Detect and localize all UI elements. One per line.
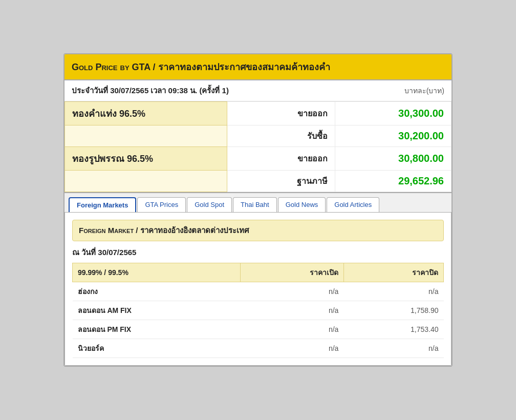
tab-gold-news[interactable]: Gold News xyxy=(278,197,326,212)
page-title: Gold Price by GTA / ราคาทองตามประกาศของส… xyxy=(72,59,444,74)
gold-type-cell: ทองรูปพรรณ 96.5% xyxy=(65,147,227,171)
gold-type-cell: ทองคำแท่ง 96.5% xyxy=(65,102,227,125)
tab-foreign-markets[interactable]: Foreign Markets xyxy=(69,197,136,212)
price-label-cell: ฐานภาษี xyxy=(227,171,335,192)
price-label-cell: ขายออก xyxy=(227,147,335,171)
open-price: n/a xyxy=(241,282,344,301)
table-row: นิวยอร์ค n/a n/a xyxy=(73,339,444,358)
market-name: นิวยอร์ค xyxy=(73,339,241,358)
price-value-cell: 30,200.00 xyxy=(335,125,451,147)
price-label-cell: ขายออก xyxy=(227,102,335,125)
col-header-close: ราคาปิด xyxy=(343,263,443,282)
table-row: ลอนดอน AM FIX n/a 1,758.90 xyxy=(73,301,444,320)
open-price: n/a xyxy=(241,339,344,358)
price-label-cell: รับซื้อ xyxy=(227,125,335,147)
price-value-cell: 29,652.96 xyxy=(335,171,451,192)
foreign-market-title: Foreign Market / ราคาทองอ้างอิงตลาดต่างป… xyxy=(79,224,437,237)
price-value-cell: 30,800.00 xyxy=(335,147,451,171)
foreign-market-date: ณ วันที่ 30/07/2565 xyxy=(72,246,444,259)
close-price: 1,753.40 xyxy=(343,320,443,339)
price-value-cell: 30,300.00 xyxy=(335,102,451,125)
tab-content: Foreign Market / ราคาทองอ้างอิงตลาดต่างป… xyxy=(64,212,451,366)
market-name: ฮ่องกง xyxy=(73,282,241,301)
col-header-open: ราคาเปิด xyxy=(241,263,344,282)
unit-label: บาทละ(บาท) xyxy=(404,85,444,96)
open-price: n/a xyxy=(241,320,344,339)
foreign-market-header: Foreign Market / ราคาทองอ้างอิงตลาดต่างป… xyxy=(72,220,444,241)
tab-gold-articles[interactable]: Gold Articles xyxy=(327,197,379,212)
tab-gold-spot[interactable]: Gold Spot xyxy=(187,197,232,212)
price-table: ทองคำแท่ง 96.5% ขายออก 30,300.00 รับซื้อ… xyxy=(64,101,451,192)
close-price: 1,758.90 xyxy=(343,301,443,320)
date-text: ประจำวันที่ 30/07/2565 เวลา 09:38 น. (คร… xyxy=(72,85,229,97)
tab-thai-baht[interactable]: Thai Baht xyxy=(233,197,277,212)
foreign-market-table: 99.99% / 99.5% ราคาเปิด ราคาปิด ฮ่องกง n… xyxy=(72,263,444,358)
gold-type-cell xyxy=(65,125,227,147)
table-row: ลอนดอน PM FIX n/a 1,753.40 xyxy=(73,320,444,339)
date-row: ประจำวันที่ 30/07/2565 เวลา 09:38 น. (คร… xyxy=(64,80,451,101)
tabs-row: Foreign MarketsGTA PricesGold SpotThai B… xyxy=(69,197,447,212)
gold-type-cell xyxy=(65,171,227,192)
tabs-section: Foreign MarketsGTA PricesGold SpotThai B… xyxy=(64,192,451,212)
close-price: n/a xyxy=(343,339,443,358)
open-price: n/a xyxy=(241,301,344,320)
table-row: ฮ่องกง n/a n/a xyxy=(73,282,444,301)
main-container: Gold Price by GTA / ราคาทองตามประกาศของส… xyxy=(63,53,453,367)
market-name: ลอนดอน PM FIX xyxy=(73,320,241,339)
close-price: n/a xyxy=(343,282,443,301)
market-name: ลอนดอน AM FIX xyxy=(73,301,241,320)
tab-gta-prices[interactable]: GTA Prices xyxy=(137,197,186,212)
col-header-purity: 99.99% / 99.5% xyxy=(73,263,241,282)
header-section: Gold Price by GTA / ราคาทองตามประกาศของส… xyxy=(64,54,451,80)
